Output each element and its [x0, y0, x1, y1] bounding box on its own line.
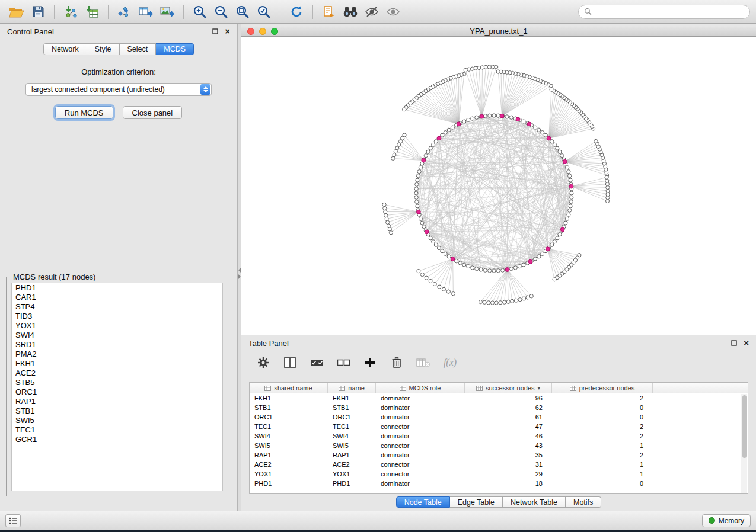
- tab-network-table[interactable]: Network Table: [503, 496, 566, 508]
- mcds-role-cell: dominator: [376, 403, 465, 412]
- table-row-yox1[interactable]: YOX1YOX1connector291: [250, 469, 748, 479]
- column-header-mcds-role[interactable]: MCDS role: [376, 383, 465, 393]
- close-table-panel-button[interactable]: ×: [744, 340, 749, 346]
- table-row-swi4[interactable]: SWI4SWI4dominator462: [250, 431, 748, 441]
- table-scrollbar[interactable]: [741, 394, 747, 493]
- table-row-orc1[interactable]: ORC1ORC1dominator610: [250, 412, 748, 422]
- memory-button[interactable]: Memory: [702, 514, 751, 527]
- import-table-button[interactable]: [81, 2, 103, 21]
- result-node-orc1[interactable]: ORC1: [12, 387, 222, 397]
- maximize-window-button[interactable]: [271, 28, 278, 35]
- search-input[interactable]: [595, 8, 744, 16]
- result-node-pma2[interactable]: PMA2: [12, 350, 222, 359]
- result-node-swi5[interactable]: SWI5: [12, 416, 222, 425]
- mcds-role-cell: connector: [376, 469, 465, 479]
- close-mcds-panel-button[interactable]: Close panel: [123, 106, 183, 119]
- delete-table-button[interactable]: [416, 355, 431, 370]
- tab-edge-table[interactable]: Edge Table: [450, 496, 503, 508]
- export-image-button[interactable]: [157, 2, 178, 21]
- table-panel-header: Table Panel ×: [241, 335, 756, 351]
- table-scrollbar-thumb[interactable]: [742, 395, 747, 458]
- export-table-button[interactable]: [135, 2, 157, 21]
- tab-motifs[interactable]: Motifs: [566, 496, 601, 508]
- name-cell: RAP1: [328, 450, 376, 460]
- close-panel-button[interactable]: ×: [225, 28, 230, 34]
- save-session-button[interactable]: [27, 2, 49, 21]
- float-table-panel-button[interactable]: [731, 340, 737, 346]
- result-node-rap1[interactable]: RAP1: [12, 397, 222, 406]
- mcds-result-title: MCDS result (17 nodes): [11, 273, 98, 281]
- network-window-titlebar[interactable]: YPA_prune.txt_1: [241, 26, 756, 37]
- tab-style[interactable]: Style: [87, 43, 120, 55]
- table-row-stb1[interactable]: STB1STB1dominator620: [250, 403, 748, 412]
- memory-status-icon: [709, 517, 715, 524]
- table-toolbar: f(x): [241, 350, 756, 376]
- result-node-stb1[interactable]: STB1: [12, 406, 222, 416]
- table-settings-button[interactable]: [256, 355, 271, 370]
- apply-function-button[interactable]: f(x): [442, 355, 458, 370]
- successor-nodes-cell: 18: [465, 479, 552, 488]
- export-network-button[interactable]: [114, 2, 135, 21]
- result-node-ace2[interactable]: ACE2: [12, 368, 222, 378]
- table-row-rap1[interactable]: RAP1RAP1dominator352: [250, 450, 748, 460]
- zoom-fit-button[interactable]: [232, 2, 253, 21]
- result-node-srd1[interactable]: SRD1: [12, 340, 222, 350]
- float-panel-button[interactable]: [212, 28, 218, 34]
- empty-cell: [653, 469, 748, 479]
- predecessor-nodes-cell: 2: [552, 393, 653, 403]
- result-node-yox1[interactable]: YOX1: [12, 321, 222, 331]
- zoom-selected-button[interactable]: [253, 2, 275, 21]
- open-file-button[interactable]: [6, 2, 27, 21]
- add-column-button[interactable]: [362, 355, 378, 370]
- table-row-phd1[interactable]: PHD1PHD1dominator180: [250, 479, 748, 488]
- successor-nodes-cell: 31: [465, 460, 552, 469]
- result-node-swi4[interactable]: SWI4: [12, 331, 222, 340]
- table-row-swi5[interactable]: SWI5SWI5connector431: [250, 441, 748, 450]
- task-history-button[interactable]: [5, 514, 21, 527]
- result-node-gcr1[interactable]: GCR1: [12, 435, 222, 444]
- split-panel-button[interactable]: [282, 355, 298, 370]
- column-header-successor-nodes[interactable]: successor nodes▾: [465, 383, 552, 393]
- node-table-body: FKH1FKH1dominator962STB1STB1dominator620…: [250, 393, 748, 488]
- mcds-role-cell: connector: [376, 460, 465, 469]
- network-canvas[interactable]: [241, 37, 756, 335]
- criterion-select[interactable]: largest connected component (undirected): [25, 83, 212, 96]
- table-row-ace2[interactable]: ACE2ACE2connector311: [250, 460, 748, 469]
- zoom-out-button[interactable]: [210, 2, 232, 21]
- select-all-button[interactable]: [309, 355, 324, 370]
- predecessor-nodes-cell: 2: [552, 431, 653, 441]
- copy-document-button[interactable]: [318, 2, 340, 21]
- name-cell: ACE2: [328, 460, 376, 469]
- minimize-window-button[interactable]: [259, 28, 266, 35]
- import-network-button[interactable]: [60, 2, 81, 21]
- close-window-button[interactable]: [247, 28, 254, 35]
- delete-column-button[interactable]: [389, 355, 404, 370]
- refresh-button[interactable]: [286, 2, 307, 21]
- table-row-tec1[interactable]: TEC1TEC1connector472: [250, 422, 748, 431]
- successor-nodes-cell: 35: [465, 450, 552, 460]
- hide-selected-button[interactable]: [361, 2, 382, 21]
- successor-nodes-cell: 46: [465, 431, 552, 441]
- zoom-in-button[interactable]: [189, 2, 210, 21]
- show-all-button[interactable]: [382, 2, 404, 21]
- result-node-tid3[interactable]: TID3: [12, 312, 222, 321]
- deselect-all-button[interactable]: [336, 355, 351, 370]
- tab-select[interactable]: Select: [120, 43, 157, 55]
- search-field[interactable]: [578, 5, 750, 19]
- tab-mcds[interactable]: MCDS: [156, 43, 194, 55]
- tab-network[interactable]: Network: [43, 43, 87, 55]
- tab-node-table[interactable]: Node Table: [396, 496, 450, 508]
- result-node-stb5[interactable]: STB5: [12, 378, 222, 387]
- result-node-tec1[interactable]: TEC1: [12, 425, 222, 435]
- result-node-fkh1[interactable]: FKH1: [12, 359, 222, 368]
- column-header-predecessor-nodes[interactable]: predecessor nodes: [552, 383, 653, 393]
- result-node-stp4[interactable]: STP4: [12, 302, 222, 312]
- column-header-name[interactable]: name: [328, 383, 376, 393]
- result-node-car1[interactable]: CAR1: [12, 293, 222, 302]
- table-row-fkh1[interactable]: FKH1FKH1dominator962: [250, 393, 748, 403]
- column-header-shared-name[interactable]: shared name: [250, 383, 328, 393]
- successor-nodes-cell: 61: [465, 412, 552, 422]
- run-mcds-button[interactable]: Run MCDS: [55, 106, 113, 119]
- result-node-phd1[interactable]: PHD1: [12, 283, 222, 293]
- search-network-button[interactable]: [340, 2, 361, 21]
